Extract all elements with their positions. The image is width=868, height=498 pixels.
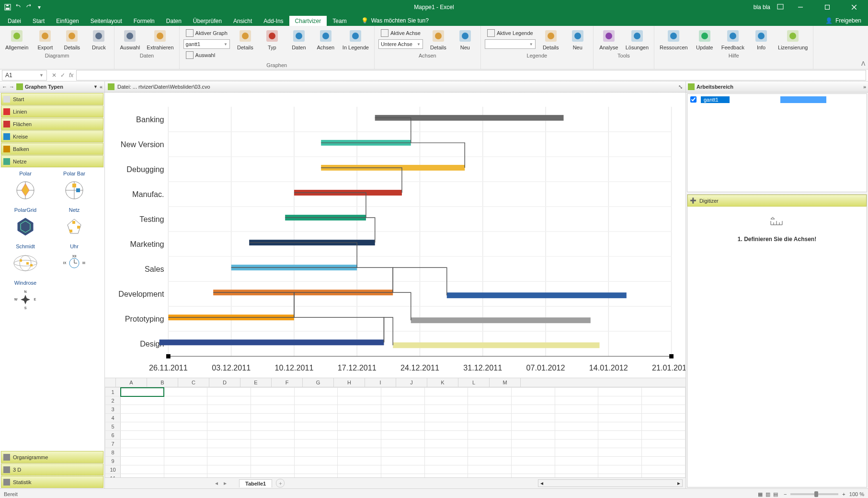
sheet-tab[interactable]: Tabelle1 [239, 479, 272, 487]
cell[interactable] [555, 405, 598, 414]
cell[interactable] [512, 474, 555, 478]
cell[interactable] [424, 405, 468, 414]
row-header[interactable]: 7 [105, 440, 121, 448]
cell[interactable] [294, 457, 338, 465]
cell[interactable] [555, 414, 598, 422]
cell[interactable] [642, 448, 685, 457]
graph-type-schmidt[interactable]: Schmidt [1, 242, 50, 278]
cell[interactable] [381, 405, 425, 414]
cell[interactable] [424, 388, 468, 396]
cell[interactable] [164, 440, 207, 448]
cell[interactable] [424, 448, 468, 457]
zoom-in-button[interactable]: + [842, 491, 845, 497]
column-header[interactable]: F [272, 378, 303, 387]
ribbon-btn-update[interactable]: Update [692, 27, 717, 52]
cell[interactable] [251, 396, 295, 405]
maximize-button[interactable] [817, 0, 837, 14]
cell[interactable] [121, 457, 164, 465]
column-header[interactable]: G [303, 378, 334, 387]
cell[interactable] [121, 474, 164, 478]
workspace-item[interactable]: gantt1 [688, 95, 866, 104]
accordion-section-statistik[interactable]: Statistik [1, 476, 103, 488]
cell[interactable] [555, 440, 598, 448]
cell[interactable] [642, 422, 685, 431]
cell[interactable] [207, 474, 251, 478]
ribbon-btn-lizensierung[interactable]: Lizensierung [776, 27, 810, 52]
cell[interactable] [598, 405, 642, 414]
row-header[interactable]: 6 [105, 431, 121, 440]
minimize-button[interactable] [790, 0, 811, 14]
ribbon-btn-info[interactable]: Info [749, 27, 774, 52]
ribbon-btn-ressourcen[interactable]: Ressourcen [657, 27, 690, 52]
cell[interactable] [512, 457, 555, 465]
cell[interactable] [207, 465, 251, 474]
enter-formula-icon[interactable]: ✓ [60, 72, 65, 79]
cell[interactable] [468, 414, 512, 422]
cell[interactable] [207, 422, 251, 431]
cell[interactable] [468, 474, 512, 478]
cell[interactable] [164, 405, 207, 414]
cell[interactable] [555, 457, 598, 465]
column-header[interactable]: E [240, 378, 272, 387]
ribbon-display-icon[interactable] [777, 4, 784, 11]
cell[interactable] [642, 465, 685, 474]
cell[interactable] [468, 396, 512, 405]
cell[interactable] [121, 448, 164, 457]
select-all-corner[interactable] [105, 378, 116, 387]
expand-chart-icon[interactable]: ⤡ [678, 84, 683, 90]
graph-type-uhr[interactable]: UhrXIIIIIIX [50, 242, 99, 278]
cell[interactable] [338, 440, 381, 448]
ribbon-tab-einfügen[interactable]: Einfügen [50, 16, 84, 26]
row-header[interactable]: 8 [105, 448, 121, 457]
cell[interactable] [251, 388, 295, 396]
cell[interactable] [164, 457, 207, 465]
cell[interactable] [338, 465, 381, 474]
ribbon-btn-export[interactable]: Export [33, 27, 57, 52]
cell[interactable] [598, 474, 642, 478]
side-combo[interactable]: ▼ [485, 39, 536, 49]
cell[interactable] [642, 405, 685, 414]
cell[interactable] [294, 388, 338, 396]
cell[interactable] [555, 431, 598, 440]
accordion-section-flächen[interactable]: Flächen [1, 118, 103, 130]
cell[interactable] [381, 388, 425, 396]
cell[interactable] [381, 457, 425, 465]
cell[interactable] [468, 388, 512, 396]
cell[interactable] [251, 474, 295, 478]
ribbon-btn-feedback[interactable]: Feedback [719, 27, 747, 52]
cell[interactable] [251, 422, 295, 431]
cell[interactable] [164, 465, 207, 474]
cell[interactable] [598, 414, 642, 422]
ribbon-btn-allgemein[interactable]: Allgemein [3, 27, 31, 52]
row-header[interactable]: 2 [105, 396, 121, 405]
workspace-item-check[interactable] [690, 96, 697, 103]
side-combo[interactable]: gantt1▼ [183, 39, 230, 49]
cell[interactable] [424, 465, 468, 474]
ribbon-btn-achsen[interactable]: Achsen [313, 27, 338, 52]
ribbon-btn-auswahl[interactable]: Auswahl [117, 27, 142, 52]
cell[interactable] [424, 414, 468, 422]
view-normal-icon[interactable]: ▦ [758, 491, 763, 498]
workspace-list[interactable]: gantt1 [687, 93, 867, 192]
cell[interactable] [424, 431, 468, 440]
cell[interactable] [555, 448, 598, 457]
collapse-right-icon[interactable]: » [863, 84, 866, 90]
nav-back-icon[interactable]: ← [2, 84, 7, 90]
cell[interactable] [207, 440, 251, 448]
cell[interactable] [642, 474, 685, 478]
grid-body[interactable]: 1234567891011 [105, 387, 685, 477]
ribbon-btn-analyse[interactable]: Analyse [596, 27, 621, 52]
digitizer-header[interactable]: ➕ Digitizer [687, 195, 867, 207]
cell[interactable] [555, 474, 598, 478]
cell[interactable] [424, 396, 468, 405]
ribbon-btn-extrahieren[interactable]: Extrahieren [144, 27, 176, 52]
hscroll-right-icon[interactable]: ▸ [675, 480, 682, 486]
cell[interactable] [512, 405, 555, 414]
row-header[interactable]: 11 [105, 474, 121, 478]
cell[interactable] [598, 448, 642, 457]
cell[interactable] [207, 388, 251, 396]
cell[interactable] [338, 414, 381, 422]
cell[interactable] [294, 440, 338, 448]
cell[interactable] [294, 474, 338, 478]
cell[interactable] [251, 465, 295, 474]
